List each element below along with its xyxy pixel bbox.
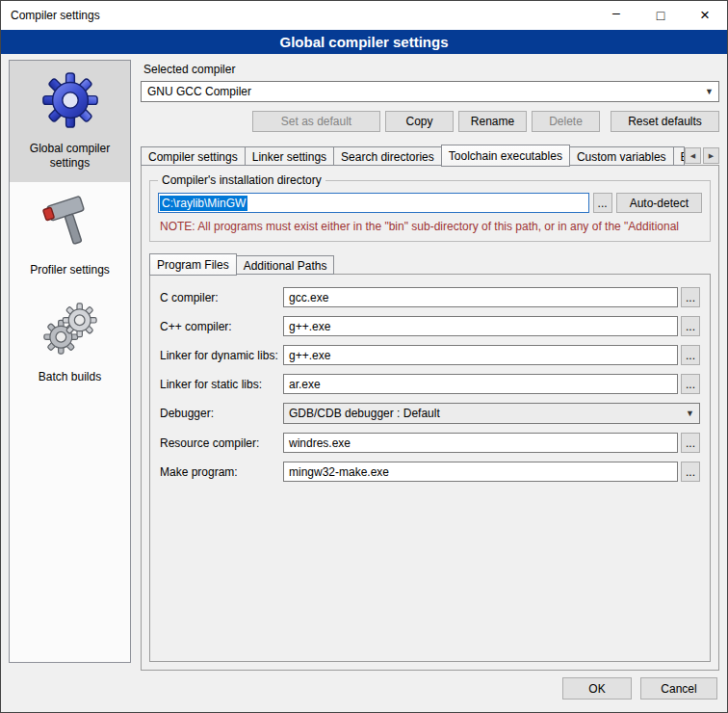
cpp-compiler-browse-button[interactable]: ...: [681, 316, 700, 336]
sidebar-item-batch-builds[interactable]: Batch builds: [10, 289, 130, 396]
linker-static-value: ar.exe: [289, 378, 321, 391]
c-compiler-label: C compiler:: [160, 291, 283, 304]
field-row-debugger: Debugger: GDB/CDB debugger : Default ▼: [160, 403, 700, 424]
install-dir-group-label: Compiler's installation directory: [158, 173, 325, 187]
install-dir-row: C:\raylib\MinGW ... Auto-detect: [158, 193, 702, 213]
tab-custom-variables[interactable]: Custom variables: [569, 146, 674, 166]
main-area: Selected compiler GNU GCC Compiler ▼ Set…: [141, 60, 719, 671]
minimize-icon: –: [612, 5, 620, 20]
field-row-linker-dynamic: Linker for dynamic libs: g++.exe ...: [160, 345, 700, 365]
resource-compiler-label: Resource compiler:: [160, 436, 283, 450]
resource-compiler-input[interactable]: windres.exe: [283, 433, 678, 453]
make-program-value: mingw32-make.exe: [289, 465, 389, 479]
cpp-compiler-label: C++ compiler:: [160, 320, 283, 333]
sidebar-item-label: Global compiler settings: [13, 142, 126, 171]
field-row-linker-static: Linker for static libs: ar.exe ...: [160, 374, 700, 394]
debugger-label: Debugger:: [160, 407, 283, 420]
window-title: Compiler settings: [11, 9, 100, 22]
maximize-button[interactable]: □: [638, 1, 683, 30]
chevron-down-icon: ▼: [681, 404, 699, 423]
tab-linker-settings[interactable]: Linker settings: [245, 146, 334, 166]
resource-compiler-browse-button[interactable]: ...: [681, 433, 700, 453]
profiler-tool-icon: [40, 192, 100, 254]
make-program-label: Make program:: [160, 465, 283, 479]
window-controls: – □ ×: [594, 1, 727, 30]
tab-build-options[interactable]: Buil: [673, 146, 685, 166]
tab-additional-paths[interactable]: Additional Paths: [236, 255, 335, 275]
reset-defaults-button[interactable]: Reset defaults: [611, 111, 719, 132]
sidebar-item-label: Profiler settings: [30, 263, 110, 277]
close-icon: ×: [700, 6, 710, 25]
maximize-icon: □: [657, 8, 664, 23]
linker-dynamic-label: Linker for dynamic libs:: [160, 349, 283, 362]
selected-compiler-value: GNU GCC Compiler: [147, 85, 251, 98]
field-row-make-program: Make program: mingw32-make.exe ...: [160, 462, 700, 482]
dialog-content: Global compiler settings Profiler settin…: [1, 54, 727, 673]
field-row-cpp-compiler: C++ compiler: g++.exe ...: [160, 316, 700, 336]
close-button[interactable]: ×: [683, 1, 727, 30]
rename-button[interactable]: Rename: [458, 111, 527, 132]
resource-compiler-value: windres.exe: [289, 436, 351, 450]
titlebar[interactable]: Compiler settings – □ ×: [1, 1, 727, 30]
set-as-default-button[interactable]: Set as default: [252, 111, 380, 132]
blue-gear-icon: [40, 70, 100, 133]
minimize-button[interactable]: –: [594, 1, 638, 30]
autodetect-button[interactable]: Auto-detect: [616, 193, 702, 213]
cancel-button[interactable]: Cancel: [640, 677, 717, 700]
selected-compiler-dropdown[interactable]: GNU GCC Compiler ▼: [141, 81, 719, 102]
linker-dynamic-value: g++.exe: [289, 349, 330, 362]
compiler-settings-window: Compiler settings – □ × Global compiler …: [0, 0, 728, 713]
settings-tabbar: Compiler settings Linker settings Search…: [141, 145, 719, 166]
chevron-down-icon: ▼: [700, 82, 718, 101]
toolchain-panel: Compiler's installation directory C:\ray…: [141, 165, 719, 671]
sidebar-item-global-compiler-settings[interactable]: Global compiler settings: [10, 61, 130, 182]
field-row-c-compiler: C compiler: gcc.exe ...: [160, 287, 700, 307]
install-dir-note: NOTE: All programs must exist either in …: [160, 220, 702, 233]
copy-button[interactable]: Copy: [385, 111, 454, 132]
install-dir-selected-text: C:\raylib\MinGW: [160, 196, 247, 211]
tab-compiler-settings[interactable]: Compiler settings: [141, 146, 246, 166]
linker-dynamic-browse-button[interactable]: ...: [681, 345, 700, 365]
c-compiler-input[interactable]: gcc.exe: [283, 287, 678, 307]
tab-scroll-left-icon[interactable]: ◀: [685, 147, 701, 164]
tab-scroll-buttons: ◀ ▶: [685, 147, 719, 166]
sidebar-item-label: Batch builds: [39, 370, 101, 384]
tab-scroll-right-icon[interactable]: ▶: [703, 147, 719, 164]
debugger-value: GDB/CDB debugger : Default: [289, 407, 440, 420]
make-program-browse-button[interactable]: ...: [681, 462, 700, 482]
c-compiler-browse-button[interactable]: ...: [681, 287, 700, 307]
dialog-footer: OK Cancel: [1, 673, 727, 712]
linker-dynamic-input[interactable]: g++.exe: [283, 345, 678, 365]
make-program-input[interactable]: mingw32-make.exe: [283, 462, 678, 482]
selected-compiler-label: Selected compiler: [143, 63, 719, 76]
field-row-resource-compiler: Resource compiler: windres.exe ...: [160, 433, 700, 453]
cpp-compiler-input[interactable]: g++.exe: [283, 316, 678, 336]
tab-program-files[interactable]: Program Files: [149, 253, 237, 276]
linker-static-input[interactable]: ar.exe: [283, 374, 678, 394]
page-title: Global compiler settings: [1, 30, 727, 54]
install-dir-browse-button[interactable]: ...: [593, 193, 612, 213]
delete-button[interactable]: Delete: [532, 111, 600, 132]
cpp-compiler-value: g++.exe: [289, 320, 330, 333]
sidebar: Global compiler settings Profiler settin…: [9, 60, 131, 663]
compiler-actions: Set as default Copy Rename Delete Reset …: [141, 111, 719, 132]
gray-gears-icon: [40, 299, 100, 361]
ok-button[interactable]: OK: [562, 677, 632, 700]
debugger-select[interactable]: GDB/CDB debugger : Default ▼: [283, 403, 700, 424]
program-tabbar: Program Files Additional Paths: [149, 253, 711, 275]
c-compiler-value: gcc.exe: [289, 291, 328, 304]
program-files-panel: C compiler: gcc.exe ... C++ compiler: g+…: [149, 274, 711, 662]
tab-toolchain-executables[interactable]: Toolchain executables: [441, 145, 570, 167]
tab-search-directories[interactable]: Search directories: [333, 146, 442, 166]
linker-static-label: Linker for static libs:: [160, 378, 283, 391]
linker-static-browse-button[interactable]: ...: [681, 374, 700, 394]
sidebar-item-profiler-settings[interactable]: Profiler settings: [10, 182, 130, 289]
install-dir-input[interactable]: C:\raylib\MinGW: [158, 193, 589, 213]
install-dir-groupbox: Compiler's installation directory C:\ray…: [149, 173, 711, 242]
